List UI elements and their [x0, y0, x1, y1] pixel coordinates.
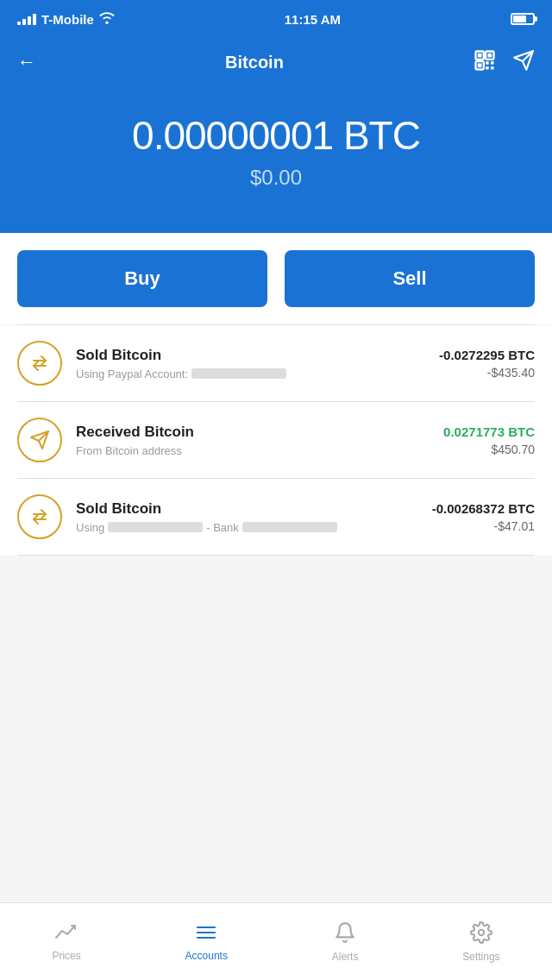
page-title: Bitcoin	[225, 53, 284, 72]
tx-amount-3: -0.00268372 BTC -$47.01	[432, 501, 535, 533]
svg-rect-9	[491, 66, 494, 70]
status-left: T-Mobile	[17, 12, 115, 27]
tx-icon-sell-2	[17, 494, 62, 539]
table-row[interactable]: Received Bitcoin From Bitcoin address 0.…	[0, 402, 552, 478]
tx-btc-1: -0.0272295 BTC	[439, 348, 535, 362]
usd-balance: $0.00	[17, 166, 535, 190]
tab-prices[interactable]: Prices	[34, 914, 97, 971]
status-right	[511, 13, 535, 25]
tx-amount-1: -0.0272295 BTC -$435.40	[439, 348, 535, 380]
table-row[interactable]: Sold Bitcoin Using - Bank -0.00268372 BT…	[0, 479, 552, 555]
back-button[interactable]: ←	[17, 51, 36, 73]
tab-bar: Prices Accounts Alerts Settings	[0, 902, 552, 980]
sell-button[interactable]: Sell	[285, 250, 535, 307]
tab-alerts[interactable]: Alerts	[315, 913, 376, 971]
tab-accounts[interactable]: Accounts	[168, 914, 245, 971]
status-bar: T-Mobile 11:15 AM	[0, 0, 552, 38]
tx-content-3: Sold Bitcoin Using - Bank	[76, 500, 418, 534]
tx-icon-receive-1	[17, 418, 62, 462]
alerts-label: Alerts	[332, 951, 359, 963]
redacted-1	[191, 368, 286, 379]
time-label: 11:15 AM	[285, 12, 341, 27]
settings-label: Settings	[462, 951, 499, 963]
signal-bars	[17, 14, 36, 25]
svg-rect-7	[491, 61, 494, 65]
prices-icon	[54, 922, 78, 946]
accounts-icon	[194, 922, 218, 946]
send-icon[interactable]	[512, 49, 535, 75]
tx-subtitle-1: Using Paypal Account:	[76, 368, 425, 380]
tx-subtitle-2: From Bitcoin address	[76, 444, 430, 457]
table-row[interactable]: Sold Bitcoin Using Paypal Account: -0.02…	[0, 325, 552, 401]
redacted-3a	[108, 522, 203, 532]
settings-icon	[470, 921, 492, 947]
btc-balance: 0.00000001 BTC	[17, 112, 535, 159]
redacted-3b	[242, 522, 337, 532]
tx-title-3: Sold Bitcoin	[76, 500, 418, 518]
action-buttons: Buy Sell	[0, 233, 552, 324]
tx-usd-2: $450.70	[443, 443, 535, 456]
tx-subtitle-3: Using - Bank	[76, 521, 418, 534]
tx-title-1: Sold Bitcoin	[76, 347, 425, 364]
tx-icon-sell-1	[17, 341, 62, 386]
alerts-icon	[334, 921, 356, 947]
svg-rect-8	[486, 66, 489, 70]
battery-icon	[511, 13, 535, 25]
carrier-label: T-Mobile	[41, 12, 94, 27]
tx-content-2: Received Bitcoin From Bitcoin address	[76, 424, 430, 457]
nav-bar: ← Bitcoin	[0, 38, 552, 86]
buy-button[interactable]: Buy	[17, 250, 267, 307]
accounts-label: Accounts	[185, 950, 228, 962]
tab-settings[interactable]: Settings	[445, 913, 517, 971]
qr-icon[interactable]	[473, 48, 497, 76]
prices-label: Prices	[52, 950, 80, 962]
svg-rect-3	[478, 53, 482, 58]
nav-icons	[473, 48, 535, 76]
tx-amount-2: 0.0271773 BTC $450.70	[443, 424, 535, 456]
hero-section: 0.00000001 BTC $0.00	[0, 86, 552, 233]
tx-content-1: Sold Bitcoin Using Paypal Account:	[76, 347, 425, 380]
tx-btc-3: -0.00268372 BTC	[432, 501, 535, 516]
svg-rect-6	[486, 61, 489, 65]
tx-usd-1: -$435.40	[439, 366, 535, 380]
divider-4	[17, 555, 535, 556]
tx-title-2: Received Bitcoin	[76, 424, 430, 441]
svg-point-21	[479, 929, 485, 935]
wifi-icon	[99, 12, 115, 27]
tx-usd-3: -$47.01	[432, 519, 535, 533]
svg-rect-4	[488, 53, 492, 58]
svg-rect-5	[478, 64, 482, 68]
tx-btc-2: 0.0271773 BTC	[443, 424, 535, 439]
transaction-list: Sold Bitcoin Using Paypal Account: -0.02…	[0, 325, 552, 556]
